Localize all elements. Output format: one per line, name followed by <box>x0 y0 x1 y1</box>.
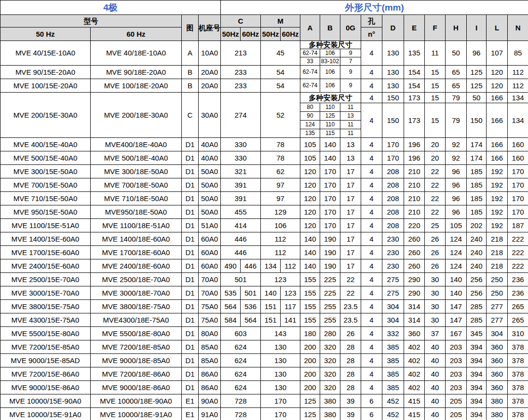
table-cell: 96 <box>446 165 467 178</box>
table-cell: MVE 2500/15E-70A0 <box>0 273 91 286</box>
table-cell: 134 <box>261 259 281 273</box>
table-row: MVE 7200/15E-86A0MVE 7200/18E-86A0D186A0… <box>0 367 528 381</box>
table-cell: 40A0 <box>199 138 221 151</box>
header-m-60hz: 60Hz <box>281 27 300 41</box>
table-cell: 115 <box>320 129 340 138</box>
table-cell: 378 <box>508 381 528 394</box>
table-cell: 120 <box>487 79 508 93</box>
header-c: C <box>221 15 261 27</box>
spec-table-body: 4极外形尺寸(mm)型号图机座号CMAB0G孔DEFHILN50 Hz60 Hz… <box>0 0 528 420</box>
table-cell: 446 <box>241 259 261 273</box>
table-cell: 22 <box>340 273 361 286</box>
table-cell: 40 <box>425 394 446 408</box>
table-cell: 60A0 <box>199 246 221 259</box>
table-cell: 213 <box>221 41 261 66</box>
table-cell: 78 <box>261 138 300 151</box>
table-cell: 304 <box>382 313 404 327</box>
table-cell: 106 <box>261 219 300 232</box>
table-row: MVE 400/15E-40A0MVE400/18E-40A0D140A0330… <box>0 138 528 151</box>
table-cell: 80A0 <box>199 327 221 340</box>
table-row: MVE 100/15E-20A0MVE 100/18E-20A0B20A0233… <box>0 79 528 93</box>
table-cell: 52 <box>261 93 300 138</box>
table-cell: 78 <box>261 151 300 165</box>
table-row: MVE 700/15E-50A0MVE 700/18E-50A0D150A039… <box>0 178 528 192</box>
header-l: L <box>487 15 508 41</box>
table-cell: 230 <box>382 246 404 259</box>
table-cell: 90 <box>300 112 320 121</box>
table-cell: 150 <box>382 103 404 138</box>
table-cell: 535 <box>221 286 241 300</box>
table-cell: 40 <box>425 381 446 394</box>
table-cell: MVE 7200/15E-86A0 <box>0 367 91 381</box>
table-cell: 205 <box>446 408 467 420</box>
table-cell: 50A0 <box>199 192 221 205</box>
table-cell: 140 <box>320 138 340 151</box>
table-cell: 134 <box>508 93 528 103</box>
table-cell: 218 <box>487 259 508 273</box>
table-cell: 60A0 <box>199 259 221 273</box>
table-cell: 314 <box>404 313 425 327</box>
table-cell: 120 <box>300 219 320 232</box>
table-cell: 17 <box>340 232 361 246</box>
table-cell: 274 <box>221 93 261 138</box>
table-cell: 233 <box>221 79 261 93</box>
table-cell: 86A0 <box>199 367 221 381</box>
table-cell: 260 <box>404 259 425 273</box>
table-cell: 4 <box>361 178 382 192</box>
table-cell: 185 <box>467 205 487 219</box>
table-cell: 75A0 <box>199 300 221 313</box>
table-cell: 90A0 <box>199 394 221 408</box>
table-cell: MVE 5500/18E-80A0 <box>91 327 182 340</box>
table-cell: 107 <box>487 41 508 66</box>
table-cell: 394 <box>467 354 487 367</box>
table-cell: 17 <box>340 205 361 219</box>
table-cell: 22 <box>425 205 446 219</box>
table-cell: 125 <box>467 79 487 93</box>
table-row: MVE 3000/15E-70A0MVE 3000/18E-70A0D170A0… <box>0 286 528 300</box>
table-cell: 321 <box>221 165 261 178</box>
table-cell: 4 <box>361 192 382 205</box>
table-cell: 185 <box>467 192 487 205</box>
table-cell: 255 <box>320 300 340 313</box>
table-cell: 120 <box>300 205 320 219</box>
table-cell: 40A0 <box>199 151 221 165</box>
table-cell: 134 <box>508 103 528 138</box>
table-cell: 378 <box>508 367 528 381</box>
table-cell: 222 <box>508 232 528 246</box>
table-cell: 285 <box>467 313 487 327</box>
table-cell: 4 <box>361 232 382 246</box>
table-cell: 196 <box>404 151 425 165</box>
table-cell: 173 <box>404 93 425 103</box>
header-d: D <box>382 15 404 41</box>
table-cell: 385 <box>382 354 404 367</box>
table-cell: 170 <box>382 138 404 151</box>
table-cell: D1 <box>182 259 199 273</box>
table-cell: 143 <box>261 327 300 340</box>
table-cell: 20A0 <box>199 66 221 79</box>
table-cell: 4 <box>361 327 382 340</box>
table-cell: 200 <box>300 340 320 354</box>
table-cell: 4 <box>361 41 382 66</box>
table-cell: MVE 10000/18E-91A0 <box>91 408 182 420</box>
table-cell: MVE 3000/15E-70A0 <box>0 286 91 300</box>
table-cell: 208 <box>382 165 404 178</box>
table-cell: D1 <box>182 232 199 246</box>
table-cell: 140 <box>300 232 320 246</box>
table-cell: 170 <box>261 408 300 420</box>
table-cell: 360 <box>487 354 508 367</box>
table-cell: MVE 1100/18E-51A0 <box>91 219 182 232</box>
table-cell: 124 <box>300 121 320 129</box>
table-cell: 65 <box>446 66 467 79</box>
table-row: MVE 1100/15E-51A0MVE 1100/18E-51A0D151A0… <box>0 219 528 232</box>
table-cell: 92 <box>446 138 467 151</box>
table-cell: 320 <box>320 381 340 394</box>
table-cell: 385 <box>382 367 404 381</box>
table-cell: D1 <box>182 381 199 394</box>
header-row-1: 型号图机座号CMAB0G孔DEFHILN <box>0 15 528 27</box>
table-cell: 130 <box>261 354 300 367</box>
table-cell: 125 <box>300 408 320 420</box>
table-cell: 15 <box>425 93 446 103</box>
table-cell: 130 <box>382 41 404 66</box>
table-row: MVE 1700/15E-60A0MVE 1700/18E-60A0D160A0… <box>0 246 528 259</box>
table-cell: 40 <box>425 367 446 381</box>
